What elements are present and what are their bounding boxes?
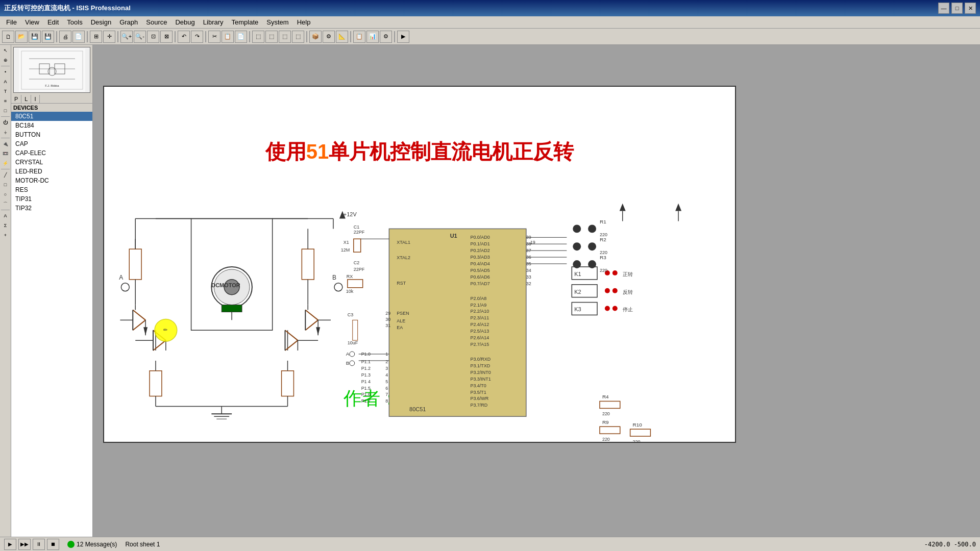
svg-text:P3.0/RXD: P3.0/RXD [470, 357, 491, 362]
text-script-tool[interactable]: A [1, 211, 10, 220]
svg-text:P2.6/A14: P2.6/A14 [470, 335, 489, 340]
svg-marker-22 [143, 327, 148, 335]
wire-label-tool[interactable]: A [1, 77, 10, 86]
minimize-button[interactable]: — [938, 3, 949, 14]
svg-text:P3.6/WR: P3.6/WR [470, 396, 488, 401]
schematic-canvas[interactable]: 使用51单片机控制直流电机正反转 作者： 逗比小憨憨 +12V [103, 86, 736, 443]
pause-button[interactable]: ⏸ [33, 539, 45, 550]
cut-button[interactable]: ✂ [208, 31, 220, 43]
device-item-tip32[interactable]: TIP32 [11, 204, 92, 213]
svg-text:A: A [119, 274, 123, 281]
tape-tool[interactable]: 📼 [1, 149, 10, 158]
zoom-in-button[interactable]: 🔍+ [120, 31, 133, 43]
open-button[interactable]: 📂 [15, 31, 28, 43]
device-item-crystal[interactable]: CRYSTAL [11, 158, 92, 167]
svg-point-165 [588, 224, 596, 233]
grid-button[interactable]: ⊞ [90, 31, 102, 43]
pick-from-lib-button[interactable]: 📦 [309, 31, 322, 43]
stop-button[interactable]: ⏹ [47, 539, 59, 550]
svg-text:22PF: 22PF [354, 267, 365, 272]
device-item-cap-elec[interactable]: CAP-ELEC [11, 148, 92, 158]
menu-help[interactable]: Help [293, 17, 315, 27]
arc-tool[interactable]: ⌒ [1, 199, 10, 209]
svg-text:U1: U1 [450, 233, 457, 239]
menu-design[interactable]: Design [87, 17, 115, 27]
probe-tool[interactable]: 🔌 [1, 139, 10, 148]
device-item-bc184[interactable]: BC184 [11, 121, 92, 130]
simulation-button[interactable]: ▶ [397, 31, 409, 43]
make-device-button[interactable]: ⚙ [323, 31, 335, 43]
play-button[interactable]: ▶ [4, 539, 16, 550]
menu-view[interactable]: View [21, 17, 43, 27]
svg-text:P3.5/T1: P3.5/T1 [470, 390, 486, 395]
svg-text:P2.0/A8: P2.0/A8 [470, 296, 486, 301]
block-move-button[interactable]: ⬚ [265, 31, 278, 43]
status-bar: ▶ ▶▶ ⏸ ⏹ 12 Message(s) Root sheet 1 -420… [0, 537, 980, 551]
menu-tools[interactable]: Tools [63, 17, 86, 27]
save-all-button[interactable]: 💾 [42, 31, 54, 43]
copy-button[interactable]: 📋 [222, 31, 234, 43]
zoom-out-button[interactable]: 🔍- [134, 31, 146, 43]
menu-graph[interactable]: Graph [115, 17, 142, 27]
svg-rect-184 [600, 427, 620, 434]
device-item-cap[interactable]: CAP [11, 139, 92, 148]
line-tool[interactable]: ╱ [1, 170, 10, 180]
menu-source[interactable]: Source [142, 17, 171, 27]
device-item-button[interactable]: BUTTON [11, 130, 92, 139]
component-tool[interactable]: ⊕ [1, 56, 10, 65]
prop-button[interactable]: ⚙ [380, 31, 392, 43]
save-button[interactable]: 💾 [29, 31, 41, 43]
text-tool[interactable]: T [1, 87, 10, 96]
menu-debug[interactable]: Debug [171, 17, 199, 27]
select-tool[interactable]: ↖ [1, 46, 10, 55]
box-tool[interactable]: □ [1, 180, 10, 189]
power-tool[interactable]: ⏻ [1, 118, 10, 127]
circle-tool[interactable]: ○ [1, 190, 10, 199]
zoom-area-button[interactable]: ⊠ [160, 31, 173, 43]
device-item-res[interactable]: RES [11, 185, 92, 194]
maximize-button[interactable]: □ [951, 3, 963, 14]
print-button[interactable]: 🖨 [59, 31, 71, 43]
block-delete-button[interactable]: ⬚ [292, 31, 304, 43]
device-item-led-red[interactable]: LED-RED [11, 167, 92, 176]
undo-button[interactable]: ↶ [178, 31, 190, 43]
tab-i[interactable]: I [31, 95, 39, 103]
block-rotate-button[interactable]: ⬚ [279, 31, 291, 43]
subcircuit-tool[interactable]: □ [1, 106, 10, 115]
menu-edit[interactable]: Edit [43, 17, 63, 27]
canvas-area[interactable]: 使用51单片机控制直流电机正反转 作者： 逗比小憨憨 +12V [93, 45, 980, 537]
paste-button[interactable]: 📄 [235, 31, 247, 43]
packaging-button[interactable]: 📐 [336, 31, 348, 43]
menu-system[interactable]: System [262, 17, 292, 27]
svg-text:EA: EA [397, 325, 403, 330]
device-item-80c51[interactable]: 80C51 [11, 112, 92, 121]
bom-button[interactable]: 📊 [366, 31, 379, 43]
netlist-button[interactable]: 📋 [353, 31, 365, 43]
svg-text:P1.3: P1.3 [361, 372, 371, 378]
tab-p[interactable]: P [11, 95, 21, 103]
device-item-tip31[interactable]: TIP31 [11, 194, 92, 204]
marker-tool[interactable]: + [1, 231, 10, 240]
new-button[interactable]: 🗋 [2, 31, 14, 43]
svg-text:220: 220 [602, 411, 610, 416]
generator-tool[interactable]: ⚡ [1, 159, 10, 168]
junction-tool[interactable]: • [1, 67, 10, 77]
title-bar: 正反转可控的直流电机 - ISIS Professional — □ ✕ [0, 0, 980, 16]
print-prev-button[interactable]: 📄 [72, 31, 85, 43]
block-copy-button[interactable]: ⬚ [252, 31, 264, 43]
step-button[interactable]: ▶▶ [18, 539, 31, 550]
close-button[interactable]: ✕ [965, 3, 976, 14]
zoom-fit-button[interactable]: ⊡ [147, 31, 159, 43]
menu-template[interactable]: Template [228, 17, 263, 27]
bus-tool[interactable]: ≡ [1, 96, 10, 106]
cursor-button[interactable]: ✛ [103, 31, 115, 43]
tab-l[interactable]: L [21, 95, 31, 103]
menu-file[interactable]: File [2, 17, 21, 27]
device-item-motor-dc[interactable]: MOTOR-DC [11, 176, 92, 185]
symbol-tool[interactable]: Σ [1, 221, 10, 230]
redo-button[interactable]: ↷ [191, 31, 203, 43]
menu-library[interactable]: Library [199, 17, 228, 27]
svg-rect-128 [348, 280, 363, 288]
svg-text:F.J. 8kbba: F.J. 8kbba [45, 84, 59, 87]
ground-tool[interactable]: ⏚ [1, 128, 10, 137]
